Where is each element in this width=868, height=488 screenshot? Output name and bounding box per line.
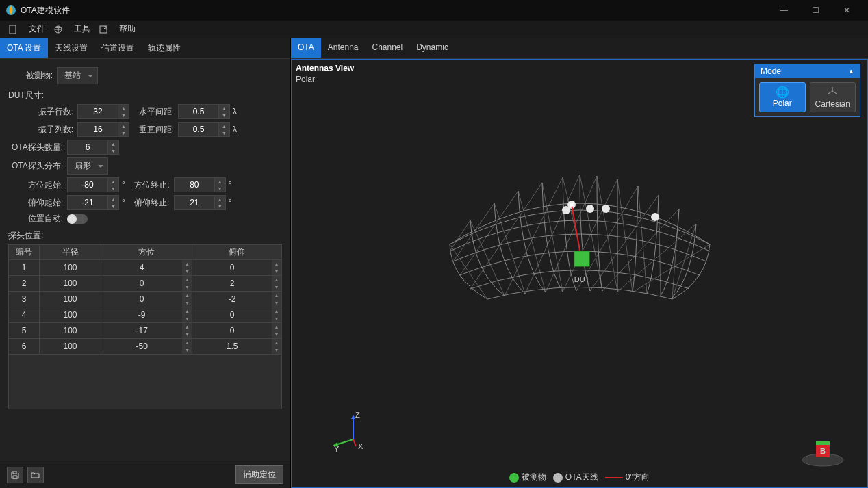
dut-size-label: DUT尺寸: <box>8 90 282 101</box>
rtab-channel[interactable]: Channel <box>366 38 410 58</box>
save-button[interactable] <box>7 467 23 483</box>
az-spinner[interactable]: ▲▼ <box>182 260 192 275</box>
lambda-unit-1: λ <box>233 107 237 116</box>
auto-pos-toggle[interactable] <box>67 214 88 224</box>
table-row[interactable]: 31000▲▼-2▲▼ <box>9 292 282 307</box>
rows-input[interactable] <box>77 104 118 119</box>
cols-input[interactable] <box>77 122 118 137</box>
cell-azimuth[interactable]: -17▲▼ <box>101 323 192 339</box>
az-end-spinner[interactable]: ▲▼ <box>215 177 226 192</box>
cell-id: 2 <box>9 276 40 292</box>
svg-point-33 <box>602 205 610 213</box>
viewport-3d[interactable]: Antennas View Polar Mode▲ 🌐Polar Cartesi… <box>291 59 868 488</box>
menu-ext[interactable] <box>99 25 111 34</box>
el-spinner[interactable]: ▲▼ <box>272 323 281 338</box>
aux-position-button[interactable]: 辅助定位 <box>235 465 283 484</box>
az-end-input[interactable] <box>174 177 215 192</box>
compass-widget[interactable]: B <box>799 437 847 467</box>
open-button[interactable] <box>27 467 44 483</box>
maximize-button[interactable]: ☐ <box>800 0 831 21</box>
probe-dist-dropdown[interactable]: 扇形 <box>67 157 108 175</box>
svg-line-25 <box>617 179 633 292</box>
mode-cartesian-button[interactable]: Cartesian <box>810 82 856 112</box>
el-start-input[interactable] <box>67 195 108 210</box>
table-row[interactable]: 4100-9▲▼0▲▼ <box>9 307 282 323</box>
cell-azimuth[interactable]: 0▲▼ <box>101 292 192 307</box>
legend-zero-line <box>605 477 623 478</box>
cell-radius: 100 <box>40 276 101 292</box>
cell-azimuth[interactable]: -9▲▼ <box>101 307 192 323</box>
probe-count-input[interactable] <box>67 140 108 155</box>
az-spinner[interactable]: ▲▼ <box>182 339 192 354</box>
el-spinner[interactable]: ▲▼ <box>272 292 281 307</box>
menu-new[interactable] <box>8 25 21 34</box>
mode-polar-button[interactable]: 🌐Polar <box>759 82 806 112</box>
cell-elevation[interactable]: 0▲▼ <box>192 323 282 339</box>
mode-header: Mode▲ <box>755 64 860 78</box>
az-spinner[interactable]: ▲▼ <box>182 323 192 338</box>
cell-elevation[interactable]: 2▲▼ <box>192 276 282 292</box>
tab-channel-settings[interactable]: 信道设置 <box>94 38 141 58</box>
svg-line-35 <box>572 205 581 258</box>
table-row[interactable]: 11004▲▼0▲▼ <box>9 260 282 276</box>
probe-pos-label: 探头位置: <box>8 230 282 242</box>
menu-tools[interactable]: 工具 <box>74 23 90 35</box>
cell-elevation[interactable]: -2▲▼ <box>192 292 282 307</box>
hspacing-input[interactable] <box>178 104 219 119</box>
mode-panel: Mode▲ 🌐Polar Cartesian <box>754 64 860 117</box>
probe-count-spinner[interactable]: ▲▼ <box>108 140 119 155</box>
az-spinner[interactable]: ▲▼ <box>182 276 192 291</box>
el-spinner[interactable]: ▲▼ <box>272 339 281 354</box>
az-spinner[interactable]: ▲▼ <box>182 307 192 322</box>
svg-point-36 <box>570 203 574 207</box>
cell-radius: 100 <box>40 323 101 339</box>
cell-elevation[interactable]: 0▲▼ <box>192 307 282 323</box>
az-spinner[interactable]: ▲▼ <box>182 292 192 307</box>
az-start-input[interactable] <box>67 177 108 192</box>
az-start-spinner[interactable]: ▲▼ <box>108 177 119 192</box>
hspacing-spinner[interactable]: ▲▼ <box>219 104 230 119</box>
cell-azimuth[interactable]: 0▲▼ <box>101 276 192 292</box>
menu-file[interactable]: 文件 <box>29 23 45 35</box>
newdoc-icon <box>8 25 18 34</box>
external-icon <box>99 25 108 34</box>
dut-label: 被测物: <box>8 70 53 81</box>
collapse-icon[interactable]: ▲ <box>848 68 854 75</box>
svg-line-40 <box>335 439 353 445</box>
vspacing-spinner[interactable]: ▲▼ <box>219 122 230 137</box>
svg-rect-48 <box>816 441 830 445</box>
svg-line-11 <box>470 183 542 289</box>
table-row[interactable]: 21000▲▼2▲▼ <box>9 276 282 292</box>
rtab-antenna[interactable]: Antenna <box>321 38 366 58</box>
rows-spinner[interactable]: ▲▼ <box>118 104 129 119</box>
rtab-dynamic[interactable]: Dynamic <box>409 38 455 58</box>
el-spinner[interactable]: ▲▼ <box>272 307 281 322</box>
el-spinner[interactable]: ▲▼ <box>272 276 281 291</box>
cell-azimuth[interactable]: -50▲▼ <box>101 339 192 355</box>
tab-ota-settings[interactable]: OTA 设置 <box>0 38 48 58</box>
svg-text:X: X <box>358 442 363 450</box>
table-row[interactable]: 5100-17▲▼0▲▼ <box>9 323 282 339</box>
table-row[interactable]: 6100-50▲▼1.5▲▼ <box>9 339 282 355</box>
right-tabs: OTA Antenna Channel Dynamic <box>291 38 868 59</box>
svg-text:Z: Z <box>355 412 360 419</box>
rtab-ota[interactable]: OTA <box>291 38 321 58</box>
menu-globe[interactable] <box>53 25 66 34</box>
el-end-label: 俯仰终止: <box>125 197 170 209</box>
close-button[interactable]: ✕ <box>831 0 863 21</box>
vspacing-input[interactable] <box>178 122 219 137</box>
tab-track-props[interactable]: 轨迹属性 <box>141 38 188 58</box>
el-end-input[interactable] <box>174 195 215 210</box>
tab-antenna-settings[interactable]: 天线设置 <box>48 38 94 58</box>
cell-azimuth[interactable]: 4▲▼ <box>101 260 192 276</box>
cell-elevation[interactable]: 0▲▼ <box>192 260 282 276</box>
el-start-spinner[interactable]: ▲▼ <box>108 195 119 210</box>
menu-help[interactable]: 帮助 <box>119 23 136 35</box>
cell-elevation[interactable]: 1.5▲▼ <box>192 339 282 355</box>
view-title: Antennas View <box>296 64 354 73</box>
dut-dropdown[interactable]: 基站 <box>57 67 98 84</box>
el-spinner[interactable]: ▲▼ <box>272 260 281 275</box>
el-end-spinner[interactable]: ▲▼ <box>215 195 226 210</box>
minimize-button[interactable]: — <box>768 0 800 21</box>
cols-spinner[interactable]: ▲▼ <box>118 122 129 137</box>
